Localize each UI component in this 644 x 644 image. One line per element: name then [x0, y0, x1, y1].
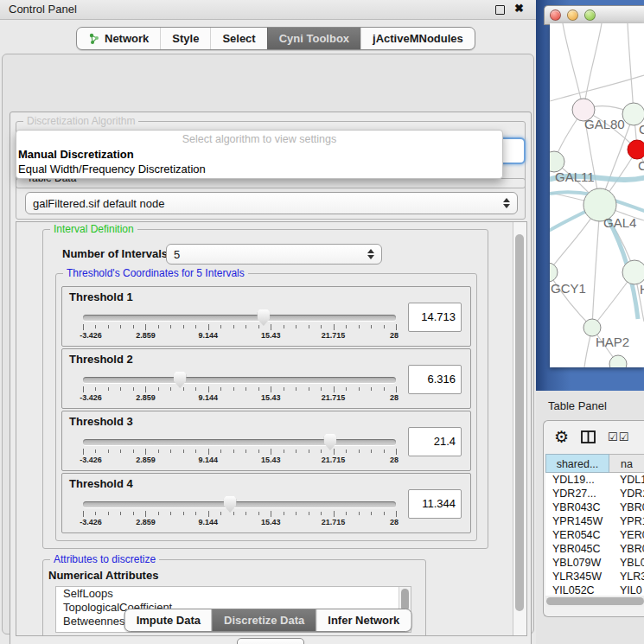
tab-cyni-toolbox[interactable]: Cyni Toolbox: [267, 28, 360, 49]
tick-mark: [170, 325, 171, 328]
scale-label: -3.426: [80, 518, 102, 526]
table-column-header[interactable]: na: [609, 454, 644, 473]
slider-track[interactable]: [83, 439, 396, 445]
tick-mark: [384, 512, 385, 515]
algorithm-option[interactable]: Manual Discretization: [16, 147, 502, 162]
tab-label: Cyni Toolbox: [279, 32, 349, 45]
threshold-slider-2[interactable]: -3.4262.8599.14415.4321.71528: [83, 370, 396, 405]
tick-mark: [220, 512, 221, 515]
tick-mark: [108, 325, 109, 328]
table-horizontal-scrollbar[interactable]: [545, 596, 644, 607]
tick-mark: [158, 450, 159, 453]
mac-close-button[interactable]: [550, 10, 561, 21]
tick-mark: [309, 387, 309, 391]
algorithm-option[interactable]: Equal Width/Frequency Discretization: [16, 162, 502, 176]
slider-ticks: [83, 324, 396, 331]
network-canvas[interactable]: GAL80GACGAL11GAL4GCY1HHAP2: [550, 23, 644, 367]
tick-mark: [245, 387, 246, 391]
close-icon[interactable]: ✖: [514, 2, 524, 15]
tick-mark: [95, 450, 96, 453]
network-node-h[interactable]: [622, 260, 644, 284]
threshold-value-field[interactable]: 14.713: [408, 303, 462, 332]
table-column-header[interactable]: shared...: [545, 454, 609, 473]
table-row[interactable]: YDR27...YDR2: [545, 487, 644, 501]
slider-ticks: [83, 449, 396, 456]
table-row[interactable]: YIL052CYIL0: [545, 583, 644, 596]
mac-minimize-button[interactable]: [567, 10, 578, 21]
scale-label: 28: [390, 456, 399, 464]
scale-label: 9.144: [199, 518, 219, 526]
table-row[interactable]: YPR145WYPR1: [545, 514, 644, 528]
threshold-slider-3[interactable]: -3.4262.8599.14415.4321.71528: [83, 432, 396, 467]
threshold-slider-1[interactable]: -3.4262.8599.14415.4321.71528: [83, 308, 396, 342]
tab-discretize-data[interactable]: Discretize Data: [212, 609, 316, 631]
table-toolbar: ⚙ ☑☑: [544, 421, 644, 452]
node-label: GAL11: [555, 169, 595, 184]
table-row[interactable]: YBL079WYBL0: [545, 556, 644, 570]
tick-mark: [208, 324, 209, 330]
tick-mark: [271, 511, 271, 517]
tab-jactivemnodules[interactable]: jActiveMNodules: [360, 28, 475, 49]
table-row[interactable]: YLR345WYLR3: [545, 570, 644, 583]
tab-label: Impute Data: [137, 614, 201, 627]
table-cell: YDR2: [615, 487, 644, 501]
tick-mark: [108, 387, 109, 391]
tick-mark: [334, 511, 335, 517]
number-of-intervals-spinner[interactable]: 5: [166, 244, 382, 265]
network-node-hap2[interactable]: [583, 319, 601, 336]
scale-label: 21.715: [322, 456, 346, 464]
table-cell: YBR0: [615, 501, 644, 514]
gear-icon[interactable]: ⚙: [554, 429, 569, 445]
threshold-slider-4[interactable]: -3.4262.8599.14415.4321.71528: [83, 494, 396, 529]
table-row[interactable]: YBR045CYBR0: [545, 542, 644, 556]
tab-impute-data[interactable]: Impute Data: [125, 609, 212, 631]
table-row[interactable]: YBR043CYBR0: [545, 501, 644, 514]
tick-mark: [133, 450, 134, 453]
split-pane-icon[interactable]: [581, 430, 596, 443]
tick-mark: [120, 512, 121, 515]
threshold-value-field[interactable]: 11.344: [408, 489, 462, 519]
table-row[interactable]: YDL19...YDL1: [545, 473, 644, 487]
table-data-combo[interactable]: galFiltered.sif default node: [25, 192, 518, 214]
slider-scale-labels: -3.4262.8599.14415.4321.71528: [83, 456, 396, 465]
tab-select[interactable]: Select: [210, 28, 266, 49]
scale-label: 28: [390, 393, 399, 402]
slider-track[interactable]: [83, 377, 396, 383]
tick-mark: [195, 325, 196, 328]
scale-label: 9.144: [199, 331, 219, 340]
tick-mark: [384, 387, 385, 391]
discretize-panel: Discretization Algorithm Select algorith…: [10, 112, 532, 644]
slider-track[interactable]: [83, 501, 396, 507]
slider-track[interactable]: [83, 315, 396, 321]
network-node[interactable]: [609, 355, 627, 367]
apply-button[interactable]: Apply: [237, 638, 304, 644]
tick-mark: [346, 450, 347, 453]
tab-infer-network[interactable]: Infer Network: [316, 609, 411, 631]
attribute-list-item[interactable]: SelfLoops: [56, 587, 411, 601]
settings-scrollbar[interactable]: [513, 222, 526, 635]
node-label: H: [640, 282, 644, 296]
mac-zoom-button[interactable]: [584, 10, 596, 21]
select-columns-icon[interactable]: ☑☑: [608, 430, 629, 443]
network-node-c[interactable]: [628, 140, 644, 159]
threshold-value-field[interactable]: 21.4: [408, 427, 462, 456]
table-cell: YIL0: [615, 583, 644, 596]
tab-style[interactable]: Style: [160, 28, 210, 49]
control-panel-window: Control Panel ✖ NetworkStyleSelectCyni T…: [0, 0, 536, 644]
float-window-icon[interactable]: [495, 5, 505, 15]
scale-label: 28: [390, 518, 399, 526]
network-window-titlebar: [544, 5, 644, 25]
group-title: Discretization Algorithm: [23, 115, 138, 127]
node-label: GAL4: [603, 215, 636, 230]
table-row[interactable]: YER054CYER0: [545, 528, 644, 542]
tab-network[interactable]: Network: [77, 28, 160, 49]
network-node-gcy1[interactable]: [550, 263, 558, 282]
tick-mark: [220, 325, 221, 328]
tick-mark: [359, 450, 360, 453]
tick-mark: [284, 325, 284, 328]
tick-mark: [258, 512, 259, 515]
threshold-value-field[interactable]: 6.316: [408, 365, 462, 394]
tick-mark: [271, 449, 271, 455]
interval-definition-group: Interval Definition Number of Intervals …: [42, 229, 488, 549]
tick-mark: [145, 386, 146, 392]
